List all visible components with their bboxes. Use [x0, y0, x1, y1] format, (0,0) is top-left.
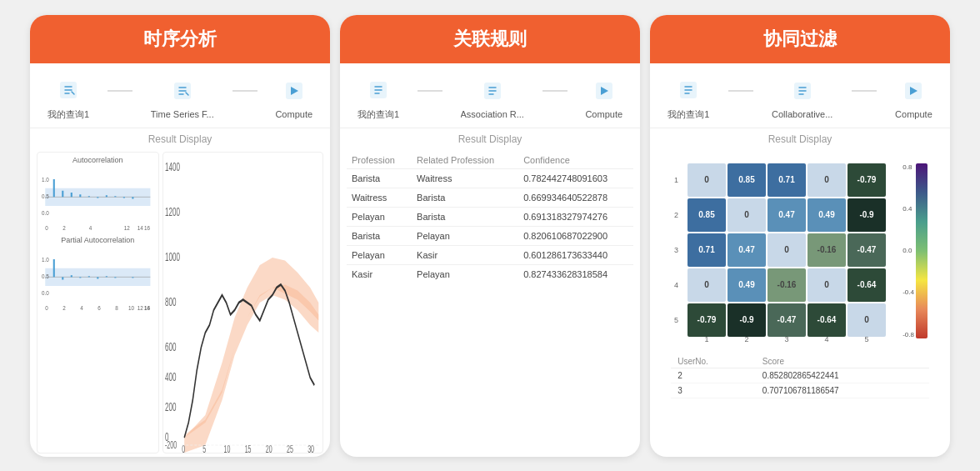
hm-cell-3-2: -0.16: [768, 268, 806, 302]
svg-text:8: 8: [115, 304, 118, 310]
assoc-algorithm-label: Association R...: [461, 109, 524, 119]
cf-compute-icon: [898, 76, 928, 106]
assoc-step-algorithm[interactable]: Association R...: [461, 76, 524, 119]
cf-step-algorithm[interactable]: Collaborative...: [772, 76, 832, 119]
colorbar: [916, 163, 928, 338]
ts-step-compute[interactable]: Compute: [275, 76, 312, 119]
svg-text:2: 2: [62, 224, 66, 230]
assoc-compute-icon: [589, 76, 619, 106]
cards-container: 时序分析 我的查询1 Time Series F... Compute: [0, 0, 980, 471]
assoc-table: Profession Related Profession Confidence…: [347, 152, 633, 283]
forecast-chart: 1400 1200 1000 800 600 400 200 0: [163, 153, 322, 453]
hm-cell-3-1: 0.49: [728, 268, 766, 302]
time-series-header: 时序分析: [30, 15, 330, 63]
assoc-cell-1: Pelayan: [412, 264, 518, 283]
hm-cell-2-0: 0.71: [688, 233, 726, 267]
hm-cell-0-1: 0.85: [728, 163, 766, 197]
hm-cell-1-3: 0.49: [808, 198, 846, 232]
pacf-title: Partial Autocorrelation: [41, 236, 155, 244]
hm-cell-1-1: 0: [728, 198, 766, 232]
cf-divider-2: [852, 90, 877, 92]
colorbar-labels: 0.80.40.0-0.4-0.8: [902, 163, 914, 338]
assoc-col-profession: Profession: [347, 152, 412, 169]
assoc-col-confidence: Confidence: [518, 152, 633, 169]
assoc-cell-0: Barista: [347, 168, 412, 188]
cf-score-cell-0: 3: [671, 383, 756, 398]
svg-text:0: 0: [45, 304, 48, 310]
assoc-cell-1: Waitress: [412, 168, 518, 188]
hm-y-label: 3: [674, 233, 678, 267]
cf-score-row: 20.852802865422441: [671, 368, 929, 383]
hm-cell-1-0: 0.85: [688, 198, 726, 232]
svg-text:1200: 1200: [165, 204, 180, 218]
cf-col-score: Score: [756, 355, 929, 368]
svg-text:12: 12: [124, 224, 130, 230]
hm-cell-0-3: 0: [808, 163, 846, 197]
assoc-query-icon: [363, 75, 393, 105]
assoc-step-compute[interactable]: Compute: [585, 76, 622, 119]
svg-text:0.0: 0.0: [42, 289, 49, 295]
assoc-cell-2: 0.691318327974276: [518, 207, 633, 226]
colorbar-label: 0.0: [902, 247, 914, 254]
cf-content: 12345 00.850.710-0.790.8500.470.49-0.90.…: [650, 148, 950, 457]
svg-text:16: 16: [144, 224, 150, 230]
ts-query-icon: [53, 75, 83, 105]
hm-cell-3-0: 0: [688, 268, 726, 302]
svg-text:10: 10: [128, 304, 134, 310]
ts-compute-icon: [279, 76, 309, 106]
ts-step-query[interactable]: 我的查询1: [48, 75, 89, 121]
hm-cell-4-1: -0.9: [728, 303, 766, 337]
autocorr-panel: Autocorrelation: [37, 152, 159, 453]
assoc-steps: 我的查询1 Association R... Compute: [340, 63, 640, 128]
hm-x-label: 3: [768, 335, 806, 343]
assoc-query-label: 我的查询1: [358, 108, 399, 121]
pacf-chart: 1.0 0.5 0.0 0 2 4 6 8 10 12 14 16: [41, 246, 155, 313]
ts-query-label: 我的查询1: [48, 108, 89, 121]
assoc-cell-0: Kasir: [347, 264, 412, 283]
cf-step-query[interactable]: 我的查询1: [668, 75, 709, 121]
time-series-steps: 我的查询1 Time Series F... Compute: [30, 63, 330, 128]
svg-text:6: 6: [98, 304, 101, 310]
svg-text:600: 600: [165, 339, 177, 353]
svg-text:0.5: 0.5: [42, 193, 49, 199]
cf-score-cell-0: 2: [671, 368, 756, 383]
hm-cell-1-4: -0.9: [848, 198, 886, 232]
hm-cell-2-4: -0.47: [848, 233, 886, 267]
assoc-cell-2: 0.669934640522878: [518, 188, 633, 207]
cf-steps: 我的查询1 Collaborative... Compute: [650, 63, 950, 128]
hm-cell-0-2: 0.71: [768, 163, 806, 197]
hm-cell-2-3: -0.16: [808, 233, 846, 267]
assoc-divider-2: [542, 90, 568, 92]
ts-step-algorithm[interactable]: Time Series F...: [151, 76, 214, 119]
svg-text:200: 200: [165, 399, 177, 413]
svg-text:-200: -200: [165, 438, 177, 450]
hm-cell-2-2: 0: [768, 233, 806, 267]
assoc-cell-1: Barista: [412, 207, 518, 226]
cf-score-table: UserNo. Score 20.85280286542244130.70710…: [671, 355, 929, 398]
hm-cell-3-4: -0.64: [848, 268, 886, 302]
heatmap-y-axis: 12345: [674, 163, 678, 337]
hm-cell-2-1: 0.47: [728, 233, 766, 267]
assoc-divider-1: [418, 90, 442, 92]
svg-text:1000: 1000: [165, 249, 180, 263]
svg-text:0: 0: [45, 224, 48, 230]
hm-cell-0-0: 0: [688, 163, 726, 197]
svg-text:14: 14: [138, 224, 143, 230]
svg-marker-58: [184, 258, 318, 453]
cf-header: 协同过滤: [650, 15, 950, 63]
colorbar-label: 0.8: [902, 163, 914, 171]
cf-result-label: Result Display: [650, 128, 950, 148]
cf-step-compute[interactable]: Compute: [895, 76, 932, 119]
hm-cell-3-3: 0: [808, 268, 846, 302]
cf-compute-label: Compute: [895, 109, 932, 119]
ts-algorithm-icon: [168, 76, 198, 106]
assoc-col-related: Related Profession: [412, 152, 518, 169]
hm-y-label: 2: [674, 198, 678, 232]
assoc-step-query[interactable]: 我的查询1: [358, 75, 399, 121]
svg-text:12: 12: [138, 304, 143, 310]
svg-text:4: 4: [80, 304, 83, 310]
hm-cell-1-2: 0.47: [768, 198, 806, 232]
hm-cell-4-0: -0.79: [688, 303, 726, 337]
assoc-cell-1: Barista: [412, 188, 518, 207]
hm-x-label: 2: [728, 335, 766, 343]
